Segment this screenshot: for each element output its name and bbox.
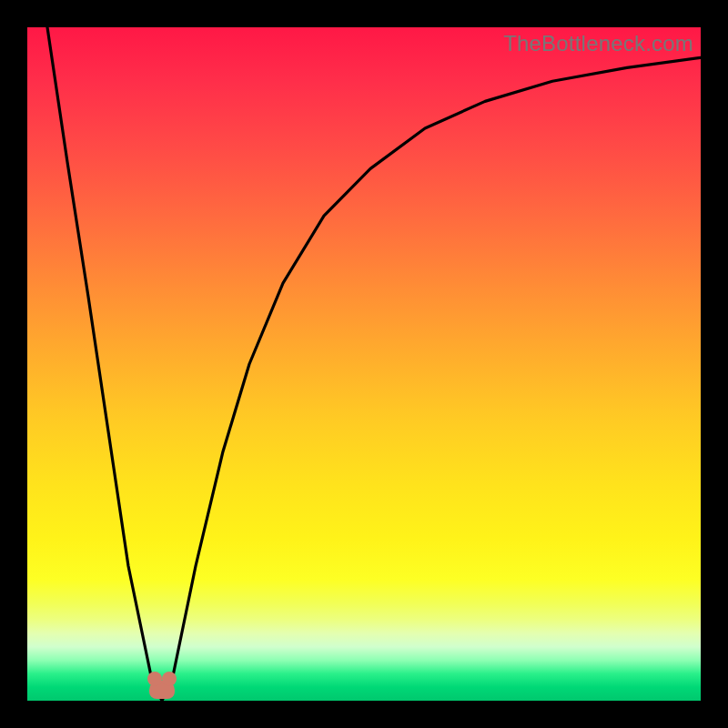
curve-svg xyxy=(27,27,701,701)
watermark-text: TheBottleneck.com xyxy=(503,31,693,56)
optimum-marker xyxy=(149,681,175,699)
chart-frame: TheBottleneck.com xyxy=(0,0,728,728)
plot-area: TheBottleneck.com xyxy=(27,27,701,701)
bottleneck-curve-path xyxy=(47,27,701,701)
